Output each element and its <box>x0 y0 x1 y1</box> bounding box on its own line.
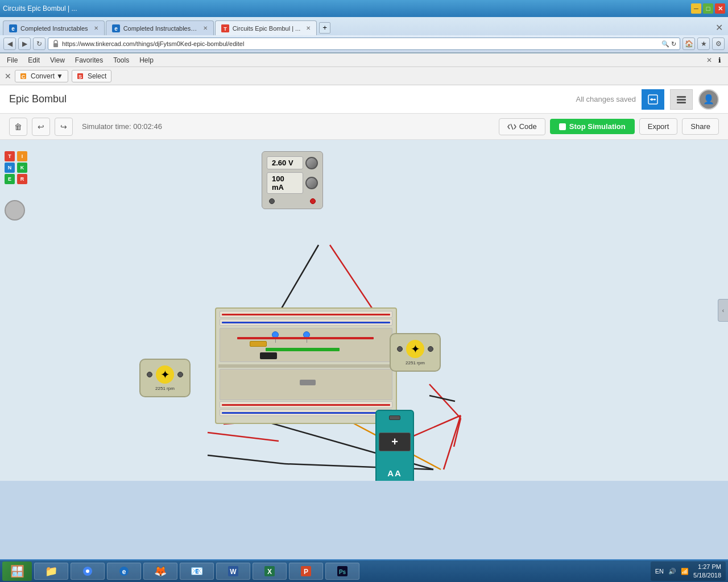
delete-button[interactable]: 🗑 <box>9 118 27 136</box>
motor-left-label: 2251 rpm <box>155 386 175 391</box>
multimeter[interactable]: 2.60 V 100 mA <box>262 151 323 209</box>
share-button[interactable]: Share <box>682 118 719 135</box>
stop-simulation-button[interactable]: Stop Simulation <box>550 119 635 134</box>
side-panel-toggle[interactable]: ‹ <box>718 299 728 322</box>
undo-button[interactable]: ↩ <box>32 118 50 136</box>
new-tab-button[interactable]: + <box>319 22 330 34</box>
taskbar-ie[interactable]: e <box>107 563 141 580</box>
motor-right[interactable]: ✦ 2251 rpm <box>390 333 441 372</box>
refresh-button[interactable]: ↻ <box>33 38 46 50</box>
tab-3-close[interactable]: ✕ <box>306 25 311 31</box>
toolbar-close-button[interactable]: ✕ <box>5 72 11 81</box>
forward-button[interactable]: ▶ <box>18 38 31 50</box>
clock: 1:27 PM 5/18/2018 <box>693 563 721 580</box>
select-button[interactable]: S Select <box>72 70 111 82</box>
blue-rail-bottom <box>222 412 390 414</box>
taskbar-outlook[interactable]: 📧 <box>180 563 214 580</box>
taskbar-tray: EN 🔊 📶 1:27 PM 5/18/2018 <box>651 562 726 581</box>
multimeter-current-row: 100 mA <box>267 172 318 194</box>
battery[interactable]: + AA 1.5V − <box>375 410 414 481</box>
menu-file[interactable]: File <box>2 55 22 65</box>
tinkercad-toolbar: ✕ C Convert ▼ S Select <box>0 67 728 85</box>
svg-line-23 <box>444 415 461 469</box>
svg-line-19 <box>330 245 375 313</box>
simulator-time: Simulator time: 00:02:46 <box>82 122 162 131</box>
menu-view[interactable]: View <box>46 55 69 65</box>
convert-button[interactable]: C Convert ▼ <box>15 70 68 82</box>
start-button[interactable]: 🪟 <box>2 562 32 581</box>
motor-right-label: 2251 rpm <box>406 360 425 365</box>
ic-chip <box>260 352 277 359</box>
refresh-icon: ↻ <box>671 40 676 48</box>
favorites-button[interactable]: ★ <box>697 38 710 50</box>
svg-text:e: e <box>114 26 118 32</box>
redo-button[interactable]: ↪ <box>55 118 73 136</box>
breadboard-main-top <box>220 328 392 362</box>
minimize-button[interactable]: ─ <box>691 3 701 14</box>
list-view-button[interactable] <box>670 89 693 110</box>
sim-controls-right: Code Stop Simulation Export Share <box>499 118 719 135</box>
tab-2[interactable]: e Completed Instructables -... ✕ <box>106 20 214 35</box>
address-bar[interactable]: https://www.tinkercad.com/things/djFytsm… <box>48 38 680 50</box>
close-browser-button[interactable]: ✕ <box>713 22 725 33</box>
breadboard <box>215 307 397 424</box>
svg-text:T: T <box>224 26 227 32</box>
circuit-view-button[interactable] <box>642 89 664 110</box>
close-menu-button[interactable]: ✕ <box>706 56 712 64</box>
menu-edit[interactable]: Edit <box>23 55 44 65</box>
motor-right-terminal-1 <box>397 346 403 352</box>
taskbar-firefox[interactable]: 🦊 <box>143 563 177 580</box>
motor-left[interactable]: ✦ 2251 rpm <box>139 359 191 397</box>
info-icon[interactable]: ℹ <box>713 54 726 66</box>
logo-n: N <box>5 163 15 173</box>
battery-label: AA 1.5V <box>379 467 410 481</box>
svg-line-32 <box>429 396 455 401</box>
svg-text:Ps: Ps <box>339 569 346 575</box>
tab-3[interactable]: T Circuits Epic Bombul | ... ✕ <box>215 20 317 35</box>
settings-button[interactable]: ⚙ <box>712 38 725 50</box>
svg-rect-15 <box>677 96 686 98</box>
home-button[interactable]: 🏠 <box>682 38 695 50</box>
date-display: 5/18/2018 <box>693 571 721 580</box>
breadboard-divider <box>218 364 394 368</box>
close-button[interactable]: ✕ <box>715 3 725 14</box>
taskbar-explorer[interactable]: 📁 <box>34 563 68 580</box>
multimeter-knob-1[interactable] <box>305 157 318 169</box>
network-icon: 📶 <box>681 568 689 575</box>
back-button[interactable]: ◀ <box>3 38 16 50</box>
browser-nav: ◀ ▶ ↻ https://www.tinkercad.com/things/d… <box>0 35 728 53</box>
url-text: https://www.tinkercad.com/things/djFytsm… <box>62 40 659 47</box>
taskbar: 🪟 📁 e 🦊 📧 W X P Ps EN 🔊 📶 1:27 PM 5/18/2… <box>0 559 728 582</box>
maximize-button[interactable]: □ <box>703 3 713 14</box>
stop-icon <box>559 123 566 130</box>
multimeter-knob-2[interactable] <box>305 177 318 189</box>
battery-plus: + <box>379 433 411 451</box>
multimeter-voltage-row: 2.60 V <box>267 156 318 169</box>
taskbar-word[interactable]: W <box>216 563 250 580</box>
tab-1-close[interactable]: ✕ <box>94 25 98 31</box>
user-avatar[interactable]: 👤 <box>698 89 719 110</box>
page-title: Epic Bombul <box>9 93 67 105</box>
save-status: All changes saved <box>576 95 636 103</box>
svg-line-31 <box>454 418 461 447</box>
menu-tools[interactable]: Tools <box>109 55 134 65</box>
red-rail <box>222 314 390 315</box>
tab-2-close[interactable]: ✕ <box>203 25 208 31</box>
code-button[interactable]: Code <box>499 118 545 135</box>
blue-rail <box>222 322 390 323</box>
menu-help[interactable]: Help <box>135 55 158 65</box>
taskbar-excel[interactable]: X <box>253 563 287 580</box>
menu-favorites[interactable]: Favorites <box>71 55 107 65</box>
browser-chrome: e Completed Instructables ✕ e Completed … <box>0 17 728 53</box>
list-view-icon <box>676 94 687 105</box>
circuit-view-icon <box>647 94 659 105</box>
taskbar-powerpoint[interactable]: P <box>289 563 323 580</box>
export-button[interactable]: Export <box>639 118 678 135</box>
taskbar-photoshop[interactable]: Ps <box>325 563 359 580</box>
motor-right-sun: ✦ <box>406 340 424 358</box>
taskbar-chrome[interactable] <box>71 563 105 580</box>
svg-line-27 <box>208 455 284 464</box>
tab-1[interactable]: e Completed Instructables ✕ <box>3 20 105 35</box>
circuit-canvas: T I N K E R 2.60 V <box>0 140 728 481</box>
tinkercad-icon: T <box>221 24 229 32</box>
